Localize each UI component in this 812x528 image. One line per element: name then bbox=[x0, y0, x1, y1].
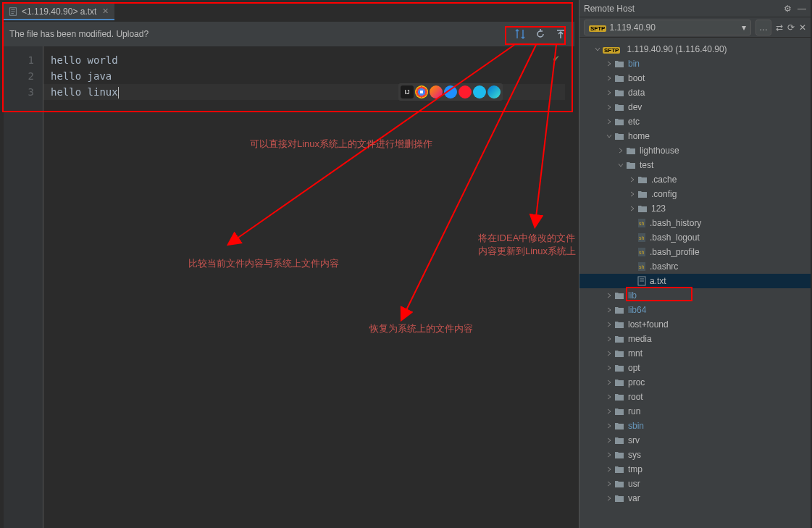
tree-file[interactable]: sh.bash_logout bbox=[579, 230, 811, 245]
tree-item-label: sbin bbox=[628, 421, 644, 431]
tree-folder[interactable]: var bbox=[579, 491, 811, 506]
tree-item-label: media bbox=[628, 334, 652, 344]
tree-file[interactable]: sh.bashrc bbox=[579, 259, 811, 274]
dock-icons: IJ bbox=[398, 83, 503, 101]
tree-folder[interactable]: boot bbox=[579, 71, 811, 85]
tree-folder[interactable]: dev bbox=[579, 100, 811, 114]
tree-item-label: root bbox=[628, 392, 643, 402]
compare-button[interactable] bbox=[512, 26, 528, 42]
svg-text:sh: sh bbox=[639, 264, 645, 269]
tree-folder[interactable]: opt bbox=[579, 361, 811, 375]
tree-folder[interactable]: bin bbox=[579, 56, 811, 71]
text-cursor bbox=[118, 87, 119, 99]
upload-notification-bar: The file has been modified. Upload? bbox=[4, 22, 574, 46]
tree-item-label: 1.119.40.90 (1.116.40.90) bbox=[627, 44, 727, 54]
tree-folder[interactable]: sbin bbox=[579, 419, 811, 433]
tree-folder[interactable]: proc bbox=[579, 375, 811, 390]
tree-file[interactable]: sh.bash_profile bbox=[579, 245, 811, 259]
tree-item-label: .bash_logout bbox=[650, 232, 700, 243]
tree-item-label: .bash_profile bbox=[650, 247, 700, 257]
code-line: hello java bbox=[51, 68, 565, 84]
tree-item-label: etc bbox=[628, 117, 640, 127]
editor-tab[interactable]: <1.119.40.90> a.txt ✕ bbox=[4, 4, 114, 20]
tree-file[interactable]: a.txt bbox=[579, 274, 811, 288]
server-dropdown[interactable]: SFTP1.119.40.90 ▾ bbox=[584, 20, 751, 35]
tree-folder[interactable]: tmp bbox=[579, 462, 811, 477]
tree-folder[interactable]: usr bbox=[579, 477, 811, 491]
ie-icon bbox=[473, 85, 486, 99]
tree-item-label: .config bbox=[651, 189, 677, 199]
tree-file[interactable]: sh.bash_history bbox=[579, 216, 811, 230]
tree-folder[interactable]: lib bbox=[579, 288, 811, 303]
tree-item-label: opt bbox=[628, 363, 640, 373]
tree-folder[interactable]: SFTP1.119.40.90 (1.116.40.90) bbox=[579, 42, 811, 56]
tree-item-label: tmp bbox=[628, 464, 643, 474]
tree-item-label: usr bbox=[628, 479, 640, 489]
tree-item-label: 123 bbox=[651, 204, 666, 214]
tree-folder[interactable]: home bbox=[579, 129, 811, 143]
tree-item-label: .bashrc bbox=[650, 261, 678, 272]
file-icon bbox=[8, 7, 18, 17]
tree-folder[interactable]: .cache bbox=[579, 172, 811, 187]
line-gutter: 1 2 3 bbox=[4, 46, 43, 528]
minimize-icon[interactable]: — bbox=[798, 4, 806, 14]
close-icon[interactable]: ✕ bbox=[102, 7, 109, 16]
tree-item-label: lighthouse bbox=[640, 146, 679, 156]
tree-folder[interactable]: test bbox=[579, 158, 811, 172]
tree-item-label: var bbox=[628, 493, 640, 503]
tree-item-label: boot bbox=[628, 73, 645, 83]
tree-item-label: .bash_history bbox=[650, 218, 701, 228]
tree-item-label: bin bbox=[628, 59, 640, 69]
tree-item-label: lost+found bbox=[628, 319, 669, 330]
tree-folder[interactable]: etc bbox=[579, 114, 811, 129]
chrome-icon bbox=[415, 85, 428, 99]
tree-item-label: proc bbox=[628, 377, 645, 387]
file-tree[interactable]: SFTP1.119.40.90 (1.116.40.90)binbootdata… bbox=[579, 38, 811, 510]
tree-item-label: mnt bbox=[628, 348, 643, 359]
refresh-icon[interactable]: ⟳ bbox=[787, 22, 795, 33]
tree-item-label: test bbox=[640, 160, 653, 170]
tab-title: <1.119.40.90> a.txt bbox=[22, 7, 96, 17]
tree-item-label: data bbox=[628, 88, 645, 98]
edge-icon bbox=[487, 85, 501, 99]
compare-icon bbox=[514, 28, 526, 40]
tree-folder[interactable]: srv bbox=[579, 433, 811, 448]
code-editor[interactable]: 1 2 3 hello world hello java hello linux… bbox=[4, 46, 574, 528]
tree-folder[interactable]: lighthouse bbox=[579, 143, 811, 158]
tree-item-label: run bbox=[628, 406, 640, 416]
upload-icon bbox=[555, 28, 566, 40]
intellij-icon: IJ bbox=[401, 85, 414, 99]
tree-item-label: sys bbox=[628, 450, 641, 460]
tree-item-label: dev bbox=[628, 102, 642, 112]
tree-folder[interactable]: data bbox=[579, 85, 811, 100]
revert-icon bbox=[535, 28, 546, 40]
panel-header: Remote Host ⚙ — bbox=[579, 0, 811, 17]
tree-folder[interactable]: run bbox=[579, 404, 811, 419]
tree-folder[interactable]: .config bbox=[579, 187, 811, 201]
firefox-icon bbox=[430, 85, 443, 99]
upload-button[interactable] bbox=[553, 26, 569, 42]
swap-icon[interactable]: ⇄ bbox=[776, 22, 783, 33]
sftp-badge: SFTP bbox=[589, 25, 606, 32]
close-panel-icon[interactable]: ✕ bbox=[799, 22, 806, 33]
svg-text:sh: sh bbox=[639, 235, 645, 240]
tree-folder[interactable]: lost+found bbox=[579, 317, 811, 332]
tree-item-label: lib64 bbox=[628, 305, 646, 315]
tree-folder[interactable]: sys bbox=[579, 448, 811, 462]
gear-icon[interactable]: ⚙ bbox=[784, 4, 792, 14]
tree-folder[interactable]: lib64 bbox=[579, 303, 811, 317]
svg-text:sh: sh bbox=[639, 250, 645, 255]
more-button[interactable]: … bbox=[756, 20, 771, 35]
tree-item-label: lib bbox=[628, 290, 637, 301]
analysis-ok-icon[interactable]: ✔ bbox=[553, 52, 559, 64]
tree-folder[interactable]: 123 bbox=[579, 201, 811, 216]
tree-folder[interactable]: root bbox=[579, 390, 811, 404]
revert-button[interactable] bbox=[532, 26, 548, 42]
tree-item-label: srv bbox=[628, 435, 640, 445]
tree-folder[interactable]: mnt bbox=[579, 346, 811, 361]
svg-text:sh: sh bbox=[639, 221, 645, 226]
code-line: hello world bbox=[51, 52, 565, 68]
upload-message: The file has been modified. Upload? bbox=[9, 29, 148, 39]
tree-item-label: home bbox=[628, 131, 650, 141]
tree-folder[interactable]: media bbox=[579, 332, 811, 346]
